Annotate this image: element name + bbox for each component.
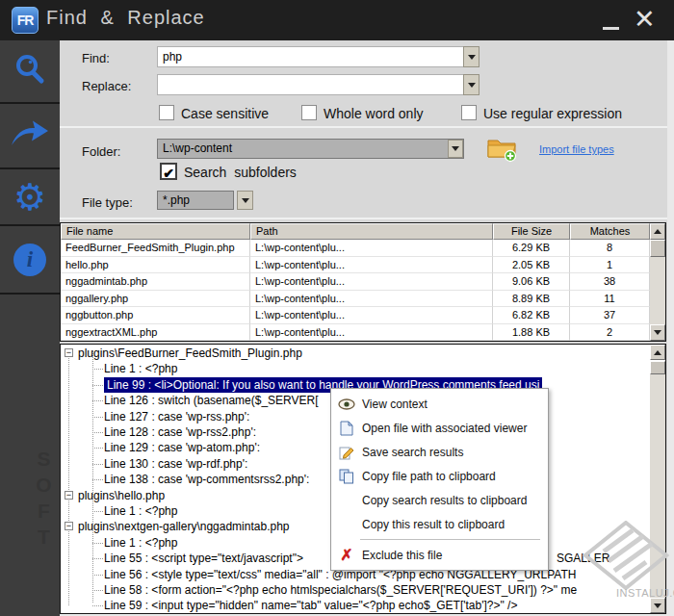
separator: [60, 218, 674, 219]
replace-dropdown-button[interactable]: [463, 74, 480, 95]
pencil-icon: [331, 445, 362, 460]
case-sensitive-label: Case sensitive: [181, 106, 269, 121]
whole-word-label: Whole word only: [324, 106, 424, 121]
chevron-down-icon: [452, 146, 459, 151]
menu-item-copy-path[interactable]: Copy file path to clipboard: [331, 464, 548, 488]
column-header-file-name[interactable]: File name: [61, 223, 250, 240]
chevron-down-icon: [468, 83, 476, 88]
table-row[interactable]: FeedBurner_FeedSmith_Plugin.php L:\wp-co…: [61, 240, 665, 257]
find-dropdown-button[interactable]: [463, 46, 480, 67]
table-row[interactable]: nggextractXML.php L:\wp-content\plu... 1…: [61, 324, 665, 342]
table-row[interactable]: hello.php L:\wp-content\plu... 2.05 KB 1: [61, 257, 665, 274]
table-row[interactable]: nggadmintab.php L:\wp-content\plu... 9.0…: [61, 273, 665, 291]
table-scroll-up-button[interactable]: [650, 223, 665, 240]
arrow-down-icon: [654, 603, 661, 608]
sidebar-item-settings[interactable]: ⚙: [0, 169, 60, 224]
column-header-file-size[interactable]: File Size: [493, 223, 570, 240]
titlebar[interactable]: FR Find & Replace ✕: [0, 0, 674, 40]
whole-word-checkbox[interactable]: [301, 105, 317, 120]
eye-icon: [331, 398, 362, 411]
case-sensitive-checkbox[interactable]: [159, 105, 174, 120]
collapse-icon[interactable]: −: [65, 522, 73, 530]
tree-line-row[interactable]: Line 1 : <?php: [61, 361, 648, 376]
sidebar-item-info[interactable]: i: [0, 226, 60, 293]
folder-dropdown-button[interactable]: [448, 140, 463, 158]
table-scrollbar-track[interactable]: [650, 273, 665, 291]
search-icon: [12, 51, 48, 91]
column-header-path[interactable]: Path: [250, 223, 493, 240]
copy-icon: [331, 469, 362, 484]
app-icon: FR: [12, 7, 39, 34]
context-menu: View context Open file with associated v…: [330, 388, 549, 571]
replace-input[interactable]: [157, 74, 464, 95]
sidebar-item-search[interactable]: [0, 40, 60, 102]
chevron-down-icon: [242, 198, 249, 203]
menu-item-copy-search-results[interactable]: Copy search results to clipboard: [331, 488, 548, 512]
find-label: Find:: [82, 51, 110, 65]
tree-scroll-up-button[interactable]: [650, 345, 665, 360]
folder-label: Folder:: [82, 144, 120, 159]
file-type-label: File type:: [82, 195, 133, 210]
table-row[interactable]: nggbutton.php L:\wp-content\plu... 6.82 …: [61, 307, 665, 324]
tree-scrollbar-track[interactable]: [650, 374, 665, 598]
search-subfolders-checkbox[interactable]: [160, 163, 177, 180]
gear-icon: ⚙: [13, 179, 46, 216]
window-title: Find & Replace: [46, 7, 205, 29]
import-file-types-link[interactable]: Import file types: [539, 143, 614, 155]
chevron-down-icon: [468, 55, 476, 60]
folder-combobox[interactable]: L:\wp-content: [157, 139, 464, 159]
menu-item-open-file[interactable]: Open file with associated viewer: [331, 416, 548, 440]
window-edge: [667, 40, 674, 616]
replace-label: Replace:: [82, 79, 131, 93]
menu-item-copy-this-result[interactable]: Copy this result to clipboard: [331, 512, 548, 536]
menu-item-exclude-file[interactable]: ✗ Exclude this file: [331, 543, 548, 567]
column-header-matches[interactable]: Matches: [570, 223, 650, 240]
menu-separator: [360, 539, 540, 540]
tree-file-row[interactable]: − plugins\FeedBurner_FeedSmith_Plugin.ph…: [61, 346, 648, 361]
browse-folder-button[interactable]: [486, 136, 517, 167]
regex-label: Use regular expression: [483, 106, 622, 121]
find-input[interactable]: [157, 46, 464, 67]
table-header-row: File name Path File Size Matches: [61, 223, 665, 240]
table-scrollbar-track[interactable]: [650, 257, 665, 274]
tree-scroll-down-button[interactable]: [650, 598, 665, 613]
search-subfolders-label: Search subfolders: [184, 165, 297, 180]
separator: [60, 126, 674, 128]
arrow-up-icon: [654, 229, 661, 234]
tree-line-row[interactable]: Line 58 : <form action="<?php echo htmls…: [61, 582, 648, 598]
sidebar-item-replace[interactable]: [0, 104, 60, 167]
table-scrollbar-thumb[interactable]: [650, 240, 665, 257]
exclude-icon: ✗: [331, 548, 362, 563]
info-icon: i: [13, 244, 46, 276]
menu-item-view-context[interactable]: View context: [331, 392, 548, 416]
collapse-icon[interactable]: −: [65, 348, 73, 357]
replace-arrow-icon: [10, 119, 50, 152]
find-replace-window: FR Find & Replace ✕ ⚙: [0, 0, 674, 616]
file-type-combobox[interactable]: *.php: [157, 191, 234, 210]
table-row[interactable]: nggallery.php L:\wp-content\plu... 8.89 …: [61, 291, 665, 308]
table-scrollbar-track[interactable]: [650, 291, 665, 308]
table-scroll-down-button[interactable]: [650, 324, 665, 341]
results-table: File name Path File Size Matches FeedBur…: [60, 222, 666, 342]
add-folder-icon: [486, 149, 517, 166]
collapse-icon[interactable]: −: [65, 491, 73, 500]
minimize-button[interactable]: [603, 27, 619, 30]
tree-scrollbar-thumb[interactable]: [650, 361, 665, 374]
arrow-down-icon: [654, 330, 661, 335]
file-type-dropdown-button[interactable]: [237, 191, 253, 210]
table-scrollbar-track[interactable]: [650, 307, 665, 324]
arrow-up-icon: [654, 350, 661, 355]
document-icon: [331, 421, 362, 436]
regex-checkbox[interactable]: [461, 105, 477, 120]
close-button[interactable]: ✕: [634, 4, 656, 35]
menu-item-save-results[interactable]: Save search results: [331, 440, 548, 464]
sidebar: ⚙ i TERAL SOFT: [0, 40, 60, 616]
